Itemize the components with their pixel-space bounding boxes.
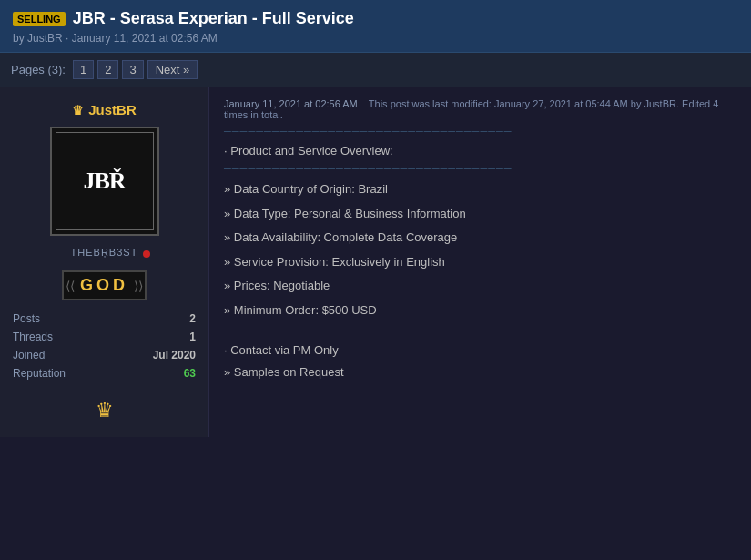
post-title: JBR - Serasa Experian - Full Service <box>73 9 354 28</box>
stats-reputation: Reputation 63 <box>11 364 198 382</box>
page-2-button[interactable]: 2 <box>97 60 118 79</box>
stats-threads-label: Threads <box>11 328 113 346</box>
page-header: SELLING JBR - Serasa Experian - Full Ser… <box>0 0 751 53</box>
stats-posts-label: Posts <box>11 310 113 328</box>
bottom-crown-icon: ♛ <box>96 399 114 423</box>
stats-threads: Threads 1 <box>11 328 198 346</box>
crown-icon: ♛ <box>72 103 84 117</box>
divider-1: ──────────────────────────────────── <box>224 126 736 137</box>
page-1-button[interactable]: 1 <box>73 60 94 79</box>
sidebar: ♛ JustBR JBŘ THEBŖB3ST ⟨⟨ GOD ⟩⟩ Posts 2… <box>0 87 209 437</box>
username: ♛ JustBR <box>72 102 137 117</box>
item-provision: » Service Provision: Exclusively in Engl… <box>224 253 736 271</box>
right-wing-icon: ⟩⟩ <box>134 279 143 293</box>
item-samples: » Samples on Request <box>224 363 736 382</box>
stats-threads-value: 1 <box>113 328 198 346</box>
content-area: ♛ JustBR JBŘ THEBŖB3ST ⟨⟨ GOD ⟩⟩ Posts 2… <box>0 87 751 437</box>
page-3-button[interactable]: 3 <box>122 60 143 79</box>
post-timestamp: January 11, 2021 at 02:56 AM This post w… <box>224 98 736 120</box>
stats-posts-value: 2 <box>113 310 198 328</box>
selling-badge: SELLING <box>13 12 66 26</box>
next-button[interactable]: Next » <box>147 60 198 79</box>
item-type: » Data Type: Personal & Business Informa… <box>224 205 736 223</box>
section-header: · Product and Service Overview: <box>224 144 736 158</box>
pages-label: Pages (3): <box>11 63 66 76</box>
left-wing-icon: ⟨⟨ <box>66 279 75 293</box>
post-content: January 11, 2021 at 02:56 AM This post w… <box>209 87 751 437</box>
rank-badge: ⟨⟨ GOD ⟩⟩ <box>62 270 147 300</box>
rank-text: GOD <box>80 276 128 295</box>
stats-joined: Joined Jul 2020 <box>11 346 198 364</box>
user-title-row: THEBŖB3ST <box>71 247 138 261</box>
post-meta: by JustBR · January 11, 2021 at 02:56 AM <box>13 32 738 45</box>
stats-posts: Posts 2 <box>11 310 198 328</box>
avatar-inner: JBŘ <box>56 132 154 230</box>
timestamp-text: January 11, 2021 at 02:56 AM <box>224 98 358 109</box>
stats-reputation-label: Reputation <box>11 364 113 382</box>
divider-2: ──────────────────────────────────── <box>224 163 736 174</box>
divider-3: ──────────────────────────────────── <box>224 325 736 336</box>
item-origin: » Data Country of Origin: Brazil <box>224 180 736 199</box>
stats-reputation-value: 63 <box>113 364 198 382</box>
avatar: JBŘ <box>50 127 159 236</box>
pagination-bar: Pages (3): 1 2 3 Next » <box>0 53 751 87</box>
contact-header: · Contact via PM Only <box>224 343 736 357</box>
stats-joined-label: Joined <box>11 346 113 364</box>
stats-joined-value: Jul 2020 <box>113 346 198 364</box>
item-prices: » Prices: Negotiable <box>224 277 736 295</box>
online-dot <box>143 250 150 258</box>
stats-table: Posts 2 Threads 1 Joined Jul 2020 Reputa… <box>11 310 198 382</box>
avatar-text: JBŘ <box>83 168 125 195</box>
user-title-badge: THEBŖB3ST <box>71 247 138 258</box>
item-availability: » Data Availability: Complete Data Cover… <box>224 229 736 247</box>
item-minimum-order: » Minimum Order: $500 USD <box>224 301 736 320</box>
